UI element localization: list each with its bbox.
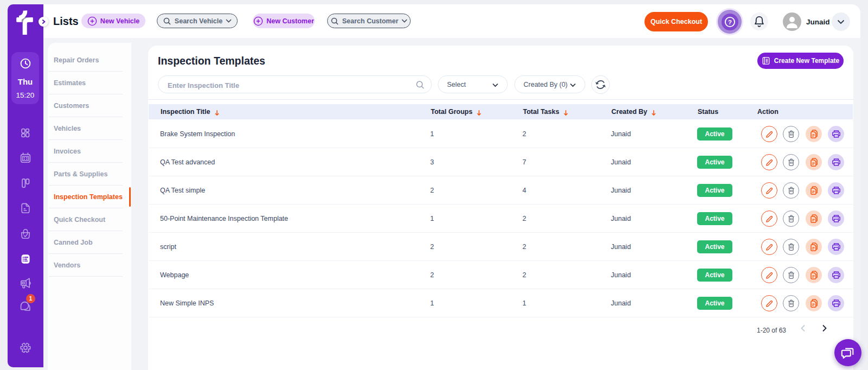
svg-text:?: ? xyxy=(727,18,731,25)
